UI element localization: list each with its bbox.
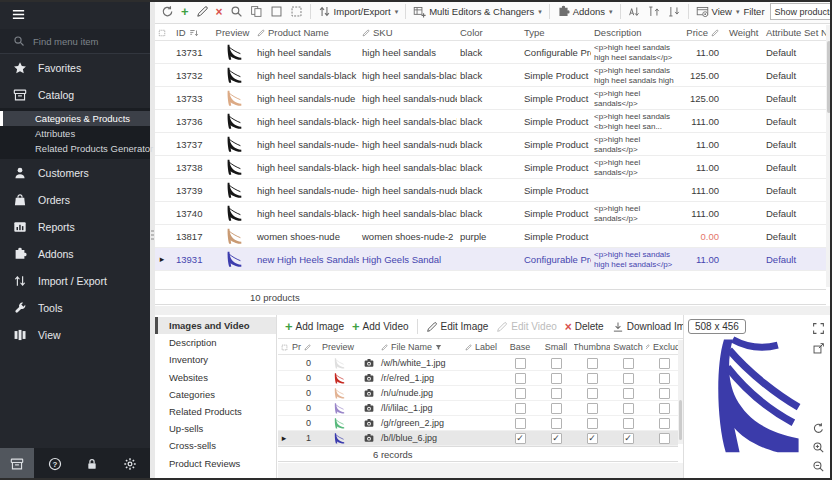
image-flag-exclude[interactable]: [646, 358, 682, 369]
image-flag-base[interactable]: [502, 418, 538, 429]
sidebar-item-reports[interactable]: Reports: [0, 213, 150, 240]
tab-images-and-video[interactable]: Images and Video: [155, 317, 276, 334]
view-menu[interactable]: View▾: [693, 3, 743, 20]
column-header-attribute-set[interactable]: Attribute Set Name: [761, 27, 826, 38]
sort-button[interactable]: [625, 3, 644, 20]
sidebar-splitter[interactable]: [150, 0, 155, 480]
expand-rows-button[interactable]: [645, 3, 664, 20]
image-flag-swatch[interactable]: [610, 433, 646, 444]
column-header-sku[interactable]: SKU: [359, 27, 457, 38]
product-row[interactable]: 13731high heel sandalshigh heel sandalsb…: [155, 41, 826, 64]
copy-button[interactable]: [247, 3, 266, 20]
image-flag-exclude[interactable]: [646, 388, 682, 399]
column-header-base[interactable]: Base: [502, 342, 538, 352]
checkbox[interactable]: [551, 358, 562, 369]
product-row[interactable]: ▸13931new High Heels SandalsHigh Geels S…: [155, 248, 826, 271]
image-flag-small[interactable]: [538, 433, 574, 444]
addons-menu[interactable]: Addons▾: [554, 3, 616, 20]
checkbox[interactable]: [587, 358, 598, 369]
column-header-image-preview[interactable]: Preview: [316, 342, 360, 352]
image-flag-small[interactable]: [538, 403, 574, 414]
checkbox[interactable]: [515, 373, 526, 384]
tab-cross-sells[interactable]: Cross-sells: [155, 437, 276, 454]
column-header-swatch[interactable]: Swatch: [610, 342, 646, 352]
checkbox[interactable]: [551, 418, 562, 429]
import-export-menu[interactable]: Import/Export▾: [315, 3, 402, 20]
select-all-corner[interactable]: [155, 29, 169, 37]
checkbox[interactable]: [623, 433, 634, 444]
checkbox[interactable]: [623, 403, 634, 414]
column-header-exclude[interactable]: Exclude: [646, 342, 682, 352]
sidebar-item-customers[interactable]: Customers: [0, 159, 150, 186]
image-flag-swatch[interactable]: [610, 418, 646, 429]
checkbox[interactable]: [551, 403, 562, 414]
column-header-label[interactable]: Label: [462, 342, 502, 352]
store-button[interactable]: [0, 448, 34, 480]
hamburger-menu-button[interactable]: [0, 0, 150, 29]
column-header-description[interactable]: Description: [591, 27, 681, 38]
image-flag-thumbnail[interactable]: [574, 403, 610, 414]
checkbox[interactable]: [587, 433, 598, 444]
help-button[interactable]: ?: [38, 448, 72, 480]
image-flag-exclude[interactable]: [646, 373, 682, 384]
product-row[interactable]: 13732high heel sandals-blackhigh heel sa…: [155, 64, 826, 87]
image-flag-small[interactable]: [538, 373, 574, 384]
paste-button[interactable]: [287, 3, 306, 20]
checkbox[interactable]: [623, 358, 634, 369]
image-flag-exclude[interactable]: [646, 403, 682, 414]
images-select-corner[interactable]: [278, 344, 290, 351]
image-flag-small[interactable]: [538, 418, 574, 429]
column-header-id[interactable]: ID: [169, 27, 211, 38]
edit-video-button[interactable]: Edit Video: [493, 319, 559, 335]
checkbox[interactable]: [587, 403, 598, 414]
image-flag-exclude[interactable]: [646, 433, 682, 444]
checkbox[interactable]: [587, 388, 598, 399]
column-header-position[interactable]: Pr: [290, 342, 316, 352]
sidebar-item-favorites[interactable]: Favorites: [0, 54, 150, 81]
checkbox[interactable]: [659, 373, 670, 384]
delete-product-button[interactable]: ×: [213, 5, 226, 19]
image-flag-base[interactable]: [502, 373, 538, 384]
product-row[interactable]: 13817women shoes-nudewomen shoes-nude-2p…: [155, 225, 826, 248]
sidebar-item-view[interactable]: View: [0, 321, 150, 348]
checkbox[interactable]: [623, 373, 634, 384]
checkbox[interactable]: [515, 433, 526, 444]
checkbox[interactable]: [551, 388, 562, 399]
checkbox[interactable]: [623, 388, 634, 399]
checkbox[interactable]: [551, 433, 562, 444]
checkbox[interactable]: [515, 418, 526, 429]
sidebar-item-catalog[interactable]: Catalog: [0, 81, 150, 108]
collapse-rows-button[interactable]: [665, 3, 684, 20]
sidebar-item-related-products-generator[interactable]: Related Products Generator: [0, 141, 150, 156]
image-flag-base[interactable]: [502, 358, 538, 369]
external-link-icon[interactable]: [812, 341, 825, 354]
checkbox[interactable]: [515, 358, 526, 369]
column-header-weight[interactable]: Weight: [726, 27, 761, 38]
image-flag-base[interactable]: [502, 403, 538, 414]
image-flag-thumbnail[interactable]: [574, 373, 610, 384]
edit-image-button[interactable]: Edit Image: [423, 319, 492, 335]
image-row[interactable]: 0/l/i/lilac_1.jpg: [278, 401, 678, 416]
image-flag-swatch[interactable]: [610, 358, 646, 369]
sidebar-item-import-export[interactable]: Import / Export: [0, 267, 150, 294]
checkbox[interactable]: [659, 358, 670, 369]
zoom-out-icon[interactable]: [812, 459, 825, 472]
column-header-type[interactable]: Type: [521, 27, 591, 38]
add-video-button[interactable]: +Add Video: [349, 319, 412, 334]
image-flag-thumbnail[interactable]: [574, 388, 610, 399]
add-product-button[interactable]: +: [178, 5, 192, 19]
checkbox[interactable]: [515, 403, 526, 414]
checkbox[interactable]: [551, 373, 562, 384]
checkbox[interactable]: [659, 388, 670, 399]
image-row[interactable]: ▸1/b/l/blue_6.jpg: [278, 431, 678, 446]
tab-categories[interactable]: Categories: [155, 386, 276, 403]
image-flag-base[interactable]: [502, 388, 538, 399]
tab-related-products[interactable]: Related Products: [155, 403, 276, 420]
tab-up-sells[interactable]: Up-sells: [155, 420, 276, 437]
column-header-file-name[interactable]: File Name: [378, 342, 462, 352]
multi-editors-menu[interactable]: Multi Editors & Changers▾: [410, 3, 545, 20]
image-row[interactable]: 0/r/e/red_1.jpg: [278, 371, 678, 386]
product-row[interactable]: 13739high heel sandals-nude-37high heel …: [155, 179, 826, 202]
select-button[interactable]: [267, 3, 286, 20]
tab-inventory[interactable]: Inventory: [155, 351, 276, 368]
